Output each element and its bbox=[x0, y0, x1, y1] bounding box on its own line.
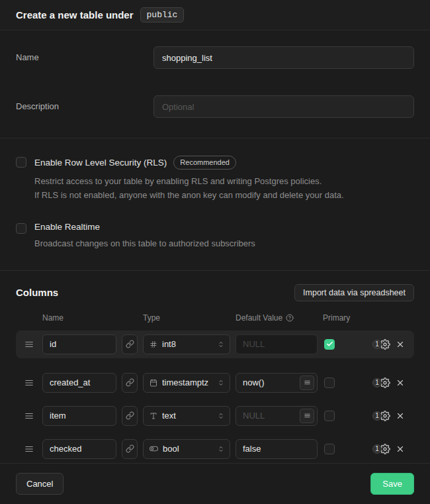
realtime-toggle-row: Enable Realtime Broadcast changes on thi… bbox=[16, 222, 414, 250]
foreign-key-link-icon[interactable] bbox=[122, 334, 138, 354]
default-value-field bbox=[236, 334, 318, 354]
drag-handle-icon[interactable] bbox=[21, 444, 37, 454]
column-name-input[interactable] bbox=[42, 439, 116, 459]
recommended-badge: Recommended bbox=[173, 156, 236, 170]
settings-count-badge: 1 bbox=[372, 340, 382, 349]
primary-checkbox[interactable] bbox=[324, 339, 335, 350]
drag-handle-icon[interactable] bbox=[21, 340, 37, 349]
help-icon[interactable] bbox=[286, 314, 294, 322]
columns-title: Columns bbox=[16, 287, 58, 298]
close-icon bbox=[396, 444, 405, 454]
realtime-toggle-content: Enable Realtime Broadcast changes on thi… bbox=[34, 222, 255, 250]
default-value-field bbox=[236, 439, 318, 459]
schema-badge: public bbox=[140, 7, 185, 23]
default-value-menu-button[interactable] bbox=[300, 409, 314, 423]
import-spreadsheet-button[interactable]: Import data via spreadsheet bbox=[294, 284, 414, 301]
column-row-id: int8 1 bbox=[16, 330, 414, 358]
primary-checkbox[interactable] bbox=[324, 411, 335, 421]
column-name-input[interactable] bbox=[42, 373, 116, 393]
calendar-icon bbox=[150, 379, 157, 387]
name-label: Name bbox=[16, 46, 153, 62]
drag-handle-icon[interactable] bbox=[21, 411, 37, 421]
chevron-up-down-icon bbox=[217, 412, 225, 420]
description-label: Description bbox=[16, 95, 153, 111]
columns-header: Columns Import data via spreadsheet bbox=[16, 284, 414, 301]
rls-toggle-content: Enable Row Level Security (RLS) Recommen… bbox=[34, 156, 344, 202]
close-icon bbox=[396, 340, 405, 349]
default-value-menu-button[interactable] bbox=[300, 376, 314, 390]
close-icon bbox=[396, 378, 405, 387]
primary-checkbox[interactable] bbox=[324, 444, 335, 454]
check-icon bbox=[326, 340, 333, 348]
realtime-description: Broadcast changes on this table to autho… bbox=[34, 237, 255, 250]
chevron-up-down-icon bbox=[217, 445, 225, 453]
default-value-input[interactable] bbox=[243, 444, 314, 454]
table-description-input[interactable] bbox=[153, 95, 414, 118]
default-value-input[interactable] bbox=[243, 378, 296, 387]
column-settings-button[interactable]: 1 bbox=[366, 411, 390, 421]
foreign-key-link-icon[interactable] bbox=[122, 439, 138, 459]
default-value-field bbox=[236, 373, 318, 393]
column-table-headers: Name Type Default Value Primary bbox=[16, 313, 414, 323]
table-name-input[interactable] bbox=[153, 46, 414, 69]
settings-count-badge: 1 bbox=[372, 411, 382, 421]
column-type-label: int8 bbox=[162, 339, 212, 349]
text-icon bbox=[150, 412, 157, 420]
foreign-key-link-icon[interactable] bbox=[122, 373, 138, 393]
default-value-input[interactable] bbox=[243, 411, 296, 421]
default-value-input[interactable] bbox=[243, 339, 314, 349]
column-settings-button[interactable]: 1 bbox=[366, 378, 390, 388]
remove-column-button[interactable] bbox=[396, 411, 409, 421]
description-row: Description bbox=[16, 95, 414, 118]
cancel-button[interactable]: Cancel bbox=[16, 473, 64, 495]
column-type-select[interactable]: int8 bbox=[143, 334, 230, 354]
column-name-input[interactable] bbox=[42, 406, 116, 426]
foreign-key-link-icon[interactable] bbox=[122, 406, 138, 426]
drag-handle-icon[interactable] bbox=[21, 378, 37, 387]
rls-label: Enable Row Level Security (RLS) bbox=[34, 158, 167, 168]
hash-icon bbox=[150, 340, 157, 348]
header-primary: Primary bbox=[323, 313, 355, 323]
remove-column-button[interactable] bbox=[396, 340, 409, 349]
dialog-title: Create a new table under bbox=[16, 9, 134, 21]
column-type-select[interactable]: bool bbox=[143, 439, 230, 459]
list-menu-icon bbox=[304, 379, 311, 386]
rls-checkbox[interactable] bbox=[16, 157, 26, 168]
column-type-select[interactable]: timestamptz bbox=[143, 373, 230, 393]
column-row-checked: bool 1 bbox=[16, 435, 414, 463]
dialog-header: Create a new table under public bbox=[0, 0, 430, 30]
remove-column-button[interactable] bbox=[396, 378, 409, 387]
name-row: Name bbox=[16, 46, 414, 69]
column-rows: int8 1 times bbox=[16, 330, 414, 463]
toggle-icon bbox=[150, 444, 158, 453]
chevron-up-down-icon bbox=[217, 379, 225, 387]
column-type-label: timestamptz bbox=[162, 378, 212, 387]
close-icon bbox=[396, 411, 405, 421]
realtime-checkbox[interactable] bbox=[16, 223, 26, 234]
columns-section: Columns Import data via spreadsheet Name… bbox=[0, 271, 430, 463]
dialog-footer: Cancel Save bbox=[0, 463, 430, 504]
toggles-section: Enable Row Level Security (RLS) Recommen… bbox=[0, 138, 430, 271]
list-menu-icon bbox=[304, 412, 311, 419]
column-row-created-at: timestamptz 1 bbox=[16, 369, 414, 397]
default-value-field bbox=[236, 406, 318, 426]
column-settings-button[interactable]: 1 bbox=[366, 339, 390, 350]
column-name-input[interactable] bbox=[42, 334, 116, 354]
header-type: Type bbox=[143, 313, 230, 323]
rls-toggle-row: Enable Row Level Security (RLS) Recommen… bbox=[16, 156, 414, 202]
table-info-section: Name Description bbox=[0, 30, 430, 138]
column-row-item: text 1 bbox=[16, 402, 414, 430]
remove-column-button[interactable] bbox=[396, 444, 409, 454]
chevron-up-down-icon bbox=[217, 340, 225, 348]
settings-count-badge: 1 bbox=[372, 378, 382, 387]
column-type-label: bool bbox=[163, 444, 212, 454]
column-type-label: text bbox=[162, 411, 212, 421]
rls-description-line1: Restrict access to your table by enablin… bbox=[34, 175, 344, 188]
save-button[interactable]: Save bbox=[370, 473, 414, 495]
column-settings-button[interactable]: 1 bbox=[366, 444, 390, 454]
primary-checkbox[interactable] bbox=[324, 378, 335, 388]
realtime-label: Enable Realtime bbox=[34, 222, 100, 232]
rls-description-line2: If RLS is not enabled, anyone with the a… bbox=[34, 189, 344, 202]
settings-count-badge: 1 bbox=[372, 444, 382, 454]
column-type-select[interactable]: text bbox=[143, 406, 230, 426]
